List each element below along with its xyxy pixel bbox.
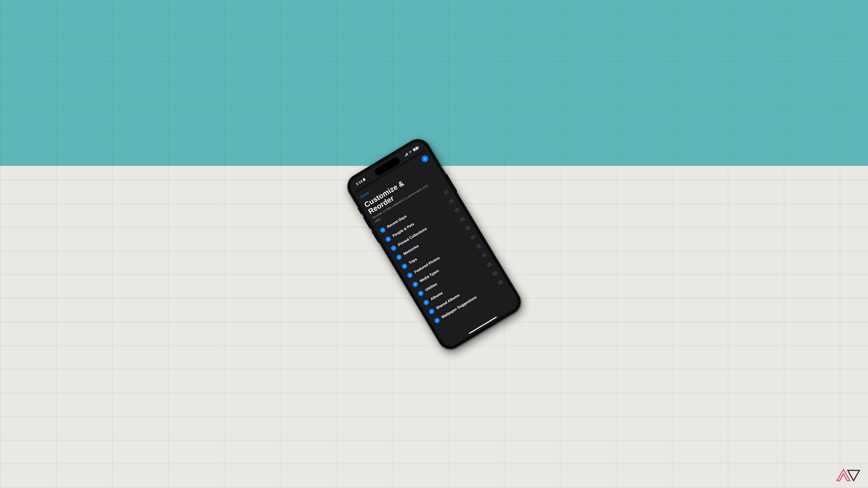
checkmark-icon [430, 310, 434, 314]
checkmark-toggle[interactable] [379, 227, 386, 234]
checkmark-toggle[interactable] [423, 299, 430, 306]
checkmark-icon [397, 255, 401, 259]
checkmark-icon [403, 264, 406, 268]
checkmark-icon [413, 283, 417, 286]
checkmark-icon [392, 247, 396, 250]
checkmark-icon [408, 273, 412, 278]
status-time: 2:14 [355, 179, 363, 186]
add-button[interactable] [421, 154, 429, 163]
checkmark-toggle[interactable] [428, 308, 435, 315]
checkmark-icon [435, 319, 439, 323]
wifi-icon [408, 150, 413, 154]
plus-icon [423, 156, 427, 161]
checkmark-toggle[interactable] [385, 236, 392, 243]
cellular-signal-icon [404, 153, 408, 157]
checkmark-toggle[interactable] [434, 317, 441, 324]
checkmark-toggle[interactable] [396, 254, 403, 261]
battery-indicator: 87 [412, 145, 420, 152]
photo-background: 2:14 87 [0, 0, 868, 488]
checkmark-toggle[interactable] [417, 290, 424, 297]
watermark-logo [835, 468, 861, 483]
silent-mode-icon [362, 178, 366, 182]
checkmark-toggle[interactable] [390, 245, 397, 252]
checkmark-icon [419, 292, 423, 295]
battery-percent: 87 [414, 148, 417, 151]
checkmark-icon [381, 228, 385, 232]
checkmark-toggle[interactable] [406, 272, 413, 279]
checkmark-icon [424, 301, 428, 304]
checkmark-icon [386, 237, 390, 241]
checkmark-toggle[interactable] [412, 281, 419, 288]
checkmark-toggle[interactable] [401, 263, 408, 270]
